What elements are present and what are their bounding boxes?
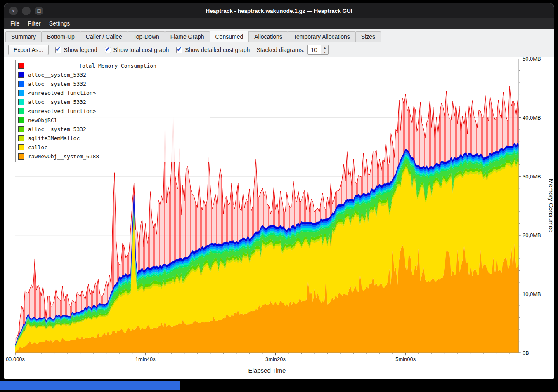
legend-entry-alloc-system-5332: alloc__system_5332 [16,97,210,106]
checkbox-label: Show detailed cost graph [185,47,250,53]
checkbox-show-detailed-cost-graph[interactable]: ✔Show detailed cost graph [176,47,250,53]
checkbox-box[interactable]: ✔ [105,47,111,53]
tab-top-down[interactable]: Top-Down [128,31,165,42]
legend-swatch [18,108,24,114]
export-as-button[interactable]: Export As... [8,45,49,55]
stacked-diagrams-label: Stacked diagrams: [256,47,304,53]
legend-swatch [18,81,24,87]
tab-temporary-allocations[interactable]: Temporary Allocations [288,31,356,42]
legend-title-row: Total Memory Consumption [16,61,210,70]
maximize-icon[interactable]: □ [35,7,43,15]
legend-entry-alloc-system-5332: alloc__system_5332 [16,79,210,88]
stacked-diagrams-spinbox[interactable]: 10 ▲ ▼ [307,45,329,55]
checkbox-box[interactable]: ✔ [55,47,61,53]
legend-label: alloc__system_5332 [28,99,86,105]
x-tick-label: 5min00s [395,356,416,362]
legend-label: <unresolved function> [28,108,96,114]
check-icon: ✔ [105,46,110,52]
toolbar: Export As... ✔Show legend✔Show total cos… [4,42,554,57]
legend-entry-rawnewobj-system-6388: rawNewObj__system_6388 [16,152,210,161]
legend-entries: alloc__system_5332alloc__system_5332<unr… [16,70,210,161]
stacked-diagrams-control: Stacked diagrams: 10 ▲ ▼ [256,45,329,55]
app-window: × − □ Heaptrack - heaptrack.wakunode.1.g… [4,3,554,379]
checkbox-box[interactable]: ✔ [176,47,182,53]
legend-entry-alloc-system-5332: alloc__system_5332 [16,124,210,134]
menu-settings[interactable]: Settings [45,19,74,28]
taskbar-fragment [0,381,180,390]
menu-file[interactable]: File [7,19,24,28]
window-title: Heaptrack - heaptrack.wakunode.1.gz — He… [4,8,554,14]
menu-filter[interactable]: Filter [24,19,45,28]
tab-consumed[interactable]: Consumed [210,31,249,42]
legend-label: alloc__system_5332 [28,72,86,78]
legend-label: calloc [28,144,47,150]
legend-swatch [18,99,24,105]
legend-swatch [18,144,24,150]
y-tick-label: 0B [523,350,529,356]
checkbox-label: Show total cost graph [113,47,169,53]
legend-swatch-total [18,63,24,69]
legend-entry-unresolved-function: <unresolved function> [16,106,210,115]
stacked-diagrams-value[interactable]: 10 [308,45,321,54]
minimize-icon[interactable]: − [22,7,31,15]
legend-swatch [18,117,24,123]
tab-flame-graph[interactable]: Flame Graph [165,31,210,42]
tab-bottom-up[interactable]: Bottom-Up [41,31,80,42]
y-tick-label: 20,0MB [523,232,541,238]
toolbar-checkboxes: ✔Show legend✔Show total cost graph✔Show … [55,47,250,53]
checkbox-show-legend[interactable]: ✔Show legend [55,47,97,53]
chart-legend: Total Memory Consumption alloc__system_5… [15,60,210,162]
y-tick-label: 30,0MB [523,174,541,180]
checkbox-label: Show legend [64,47,97,53]
tab-sizes[interactable]: Sizes [355,31,381,42]
legend-entry-unresolved-function: <unresolved function> [16,88,210,97]
legend-entry-newobjrc1: newObjRC1 [16,115,210,124]
x-tick-label: 1min40s [135,356,156,362]
checkbox-show-total-cost-graph[interactable]: ✔Show total cost graph [105,47,169,53]
tab-summary[interactable]: Summary [5,31,42,42]
legend-label: alloc__system_5332 [28,81,86,87]
screen-background: × − □ Heaptrack - heaptrack.wakunode.1.g… [0,0,558,392]
legend-swatch [18,135,24,141]
window-controls: × − □ [9,7,43,15]
legend-entry-alloc-system-5332: alloc__system_5332 [16,70,210,79]
x-tick-label: 3min20s [265,356,286,362]
spinbox-steppers: ▲ ▼ [321,45,328,54]
y-tick-label: 50,0MB [523,57,541,62]
y-axis-title: Memory Consumed [548,179,554,232]
legend-title: Total Memory Consumption [28,63,207,69]
tab-caller-callee[interactable]: Caller / Callee [80,31,128,42]
check-icon: ✔ [56,46,61,52]
titlebar[interactable]: × − □ Heaptrack - heaptrack.wakunode.1.g… [4,3,554,18]
x-tick-label: 00.000s [6,356,25,362]
chart-region: 00.000s1min40s3min20s5min00s0B10,0MB20,0… [4,57,554,379]
legend-label: sqlite3MemMalloc [28,135,80,141]
legend-swatch [18,126,24,132]
y-tick-label: 10,0MB [523,291,541,297]
spin-up-icon[interactable]: ▲ [321,45,328,50]
close-icon[interactable]: × [9,7,18,15]
check-icon: ✔ [177,46,182,52]
menu-bar: FileFilterSettings [4,18,554,29]
legend-label: alloc__system_5332 [28,126,86,132]
legend-label: rawNewObj__system_6388 [28,153,99,160]
spin-down-icon[interactable]: ▼ [321,50,328,55]
stacked-consumption-bands [15,143,519,353]
y-tick-label: 40,0MB [523,115,541,121]
legend-swatch [18,90,24,96]
legend-entry-calloc: calloc [16,143,210,152]
legend-label: newObjRC1 [28,117,57,123]
tab-allocations[interactable]: Allocations [248,31,288,42]
legend-swatch [18,72,24,78]
legend-entry-sqlite3memmalloc: sqlite3MemMalloc [16,134,210,143]
x-axis-title: Elapsed Time [248,367,286,374]
legend-label: <unresolved function> [28,90,96,96]
tab-bar: SummaryBottom-UpCaller / CalleeTop-DownF… [4,29,554,42]
legend-swatch [18,153,24,160]
